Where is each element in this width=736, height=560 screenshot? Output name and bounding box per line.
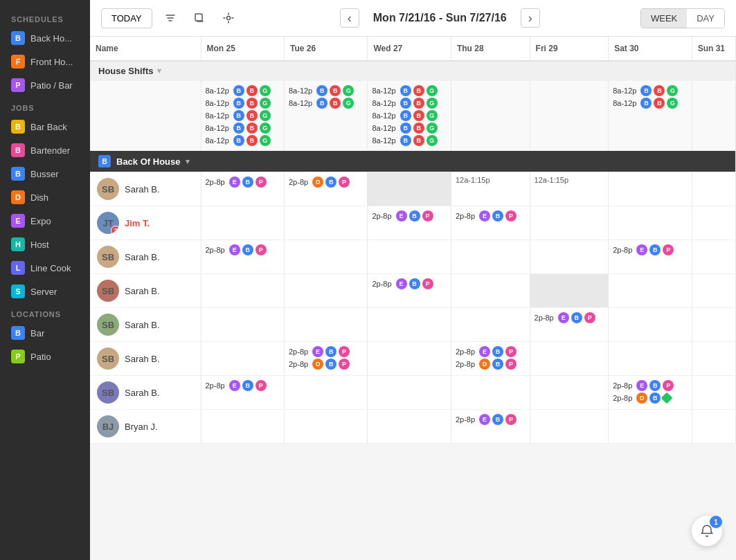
sidebar-item-front-ho[interactable]: F Front Ho...	[0, 50, 90, 73]
sidebar-item-server[interactable]: S Server	[0, 280, 90, 303]
shift-wed	[368, 172, 451, 206]
back-ho-icon: B	[11, 31, 25, 45]
patio-bar-label: Patio / Bar	[30, 80, 73, 91]
sidebar-item-bar-back[interactable]: B Bar Back	[0, 115, 90, 138]
view-toggle: WEEK DAY	[640, 8, 725, 28]
shift-fri	[530, 206, 609, 240]
schedules-title: SCHEDULES	[0, 8, 90, 26]
shift-sat[interactable]: 2p-8p E B P 2p-8p D B	[609, 376, 692, 410]
house-mon-1[interactable]: 8a-12p B B G 8a-12p B B G 8a-12p	[201, 81, 284, 151]
sidebar-item-expo[interactable]: E Expo	[0, 209, 90, 233]
person-name: Sarah B.	[125, 388, 160, 398]
sidebar-item-patio[interactable]: P Patio	[0, 345, 90, 368]
shift-fri[interactable]: 2p-8p E B P	[530, 308, 609, 342]
expo-icon: E	[11, 214, 25, 228]
shift-fri[interactable]: 12a-1:15p	[530, 172, 609, 206]
person-cell: SB Sarah B.	[90, 308, 201, 342]
shift-thu[interactable]: 2p-8p E B P	[451, 206, 530, 240]
shift-tue	[284, 376, 367, 410]
sidebar-item-line-cook[interactable]: L Line Cook	[0, 256, 90, 280]
person-name: Sarah B.	[125, 252, 160, 262]
person-name: Sarah B.	[125, 286, 160, 296]
shift-tue[interactable]: 2p-8p D B P	[284, 172, 367, 206]
front-ho-icon: F	[11, 55, 25, 69]
sidebar: SCHEDULES B Back Ho... F Front Ho... P P…	[0, 0, 90, 560]
back-of-house-label: B Back Of House ▾	[98, 155, 727, 168]
shift-tue	[284, 308, 367, 342]
shift-sat	[609, 410, 692, 444]
shift-thu	[451, 376, 530, 410]
host-icon: H	[11, 237, 25, 251]
sidebar-item-patio-bar[interactable]: P Patio / Bar	[0, 73, 90, 97]
sidebar-item-bartender[interactable]: B Bartender	[0, 138, 90, 162]
shift-thu[interactable]: 12a-1:15p	[451, 172, 530, 206]
sidebar-item-host[interactable]: H Host	[0, 233, 90, 256]
notification-badge: 1	[710, 516, 722, 528]
shift-wed[interactable]: 2p-8p E B P	[368, 274, 451, 308]
busser-icon: B	[11, 167, 25, 181]
avatar: BJ	[97, 415, 119, 437]
shift-fri	[530, 342, 609, 376]
next-week-button[interactable]: ›	[521, 8, 540, 28]
patio-icon: P	[11, 350, 25, 363]
prev-week-button[interactable]: ‹	[340, 8, 359, 28]
avatar: SB	[97, 347, 119, 370]
col-mon: Mon 25	[201, 37, 284, 61]
house-fri-1	[530, 81, 609, 151]
edit-icon[interactable]	[188, 7, 210, 29]
shift-thu[interactable]: 2p-8p E B P 2p-8p D B P	[451, 342, 530, 376]
notification-button[interactable]: 1	[692, 516, 722, 546]
back-of-house-chevron: ▾	[186, 157, 190, 166]
house-wed-1[interactable]: 8a-12p B B G 8a-12p B B G 8a-12p	[368, 81, 451, 151]
shift-sun	[692, 240, 735, 274]
table-row: SB Sarah B. 2p-8p E B P	[90, 376, 736, 410]
person-cell: SB Sarah B.	[90, 274, 201, 308]
shift-mon[interactable]: 2p-8p E B P	[201, 376, 284, 410]
shift-mon	[201, 206, 284, 240]
shift-tue[interactable]: 2p-8p E B P 2p-8p D B P	[284, 342, 367, 376]
shift-thu[interactable]: 2p-8p E B P	[451, 410, 530, 444]
house-tue-1[interactable]: 8a-12p B B G 8a-12p B B G	[284, 81, 367, 151]
filter-icon[interactable]	[159, 7, 181, 29]
shift-mon[interactable]: 2p-8p E B P	[201, 240, 284, 274]
col-name: Name	[90, 37, 201, 61]
today-button[interactable]: TODAY	[101, 8, 152, 28]
header: TODAY ‹ Mon 7/21/16 - Sun 7/27/16 › WEEK…	[90, 0, 736, 37]
expo-label: Expo	[30, 216, 51, 226]
dish-label: Dish	[30, 192, 48, 203]
person-cell: SB Sarah B.	[90, 376, 201, 410]
shift-mon[interactable]: 2p-8p E B P	[201, 172, 284, 206]
shift-wed[interactable]: 2p-8p E B P	[368, 206, 451, 240]
table-row: BJ Bryan J. 2p-8p E B P	[90, 410, 736, 444]
shift-thu	[451, 274, 530, 308]
col-sat: Sat 30	[609, 37, 692, 61]
person-cell: BJ Bryan J.	[90, 410, 201, 444]
house-sat-1[interactable]: 8a-12p B B G 8a-12p B B G	[609, 81, 692, 151]
day-view-button[interactable]: DAY	[687, 9, 724, 28]
sidebar-item-dish[interactable]: D Dish	[0, 186, 90, 209]
shift-sat	[609, 206, 692, 240]
sidebar-item-busser[interactable]: B Busser	[0, 162, 90, 186]
shift-sat[interactable]: 2p-8p E B P	[609, 240, 692, 274]
shift-sun	[692, 410, 735, 444]
house-thu-1	[451, 81, 530, 151]
sidebar-item-bar[interactable]: B Bar	[0, 321, 90, 345]
col-wed: Wed 27	[368, 37, 451, 61]
schedule-table: Name Mon 25 Tue 26 Wed 27 Thu 28 Fri 29 …	[90, 37, 736, 444]
shift-sun	[692, 274, 735, 308]
locations-title: LOCATIONS	[0, 303, 90, 321]
sidebar-item-back-ho[interactable]: B Back Ho...	[0, 26, 90, 50]
avatar: SB	[97, 314, 119, 336]
table-row: SB Sarah B. 2p-8p E B P	[90, 308, 736, 342]
week-view-button[interactable]: WEEK	[641, 9, 687, 28]
back-ho-label: Back Ho...	[30, 33, 72, 44]
shift-mon	[201, 342, 284, 376]
shift-sat	[609, 274, 692, 308]
date-range: Mon 7/21/16 - Sun 7/27/16	[365, 12, 515, 24]
shift-tue	[284, 274, 367, 308]
svg-point-1	[226, 17, 230, 20]
person-name: Jim T.	[125, 218, 150, 228]
tools-icon[interactable]	[217, 7, 240, 29]
shift-tue	[284, 410, 367, 444]
shift-sun	[692, 376, 735, 410]
